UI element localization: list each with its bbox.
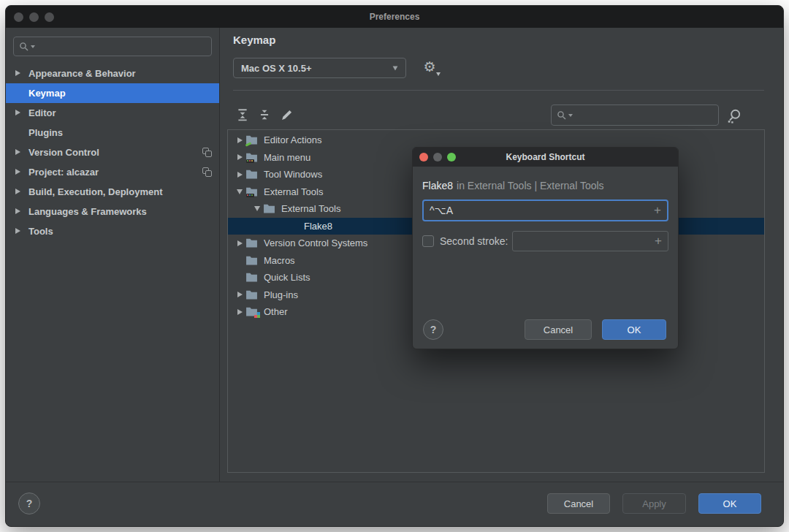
page-title: Keymap — [233, 34, 275, 46]
ok-button[interactable]: OK — [698, 493, 761, 514]
sidebar-item-label: Plugins — [28, 127, 63, 138]
settings-sidebar: Appearance & Behavior Keymap Editor Plug… — [6, 28, 220, 482]
sidebar-item-label: Editor — [28, 107, 56, 118]
sidebar-item-project-alcazar[interactable]: Project: alcazar — [6, 162, 219, 182]
window-footer: ? Cancel Apply OK — [6, 482, 783, 526]
scheme-settings-button[interactable]: ⚙ — [419, 58, 440, 77]
chevron-right-icon[interactable] — [237, 154, 243, 160]
sidebar-item-label: Appearance & Behavior — [28, 68, 136, 79]
search-history-caret-icon[interactable] — [31, 45, 35, 48]
shortcut-subject-line: Flake8in External Tools | External Tools — [422, 180, 668, 191]
dialog-help-button[interactable]: ? — [423, 319, 443, 340]
search-history-caret-icon[interactable] — [568, 114, 573, 117]
first-stroke-input[interactable]: ^⌥A + — [422, 200, 668, 221]
tree-row-editor-actions[interactable]: Editor Actions — [228, 132, 764, 149]
sidebar-item-label: Project: alcazar — [28, 167, 99, 178]
chevron-down-icon — [393, 66, 398, 70]
pencil-icon — [281, 109, 293, 121]
dialog-title: Keyboard Shortcut — [413, 152, 678, 162]
window-title: Preferences — [6, 12, 783, 22]
dialog-footer: ? Cancel OK — [423, 319, 666, 340]
folder-icon — [245, 289, 259, 300]
edit-shortcut-button[interactable] — [277, 105, 296, 124]
folder-icon — [263, 203, 277, 214]
chevron-right-icon[interactable] — [237, 240, 243, 246]
expand-all-button[interactable] — [233, 105, 252, 124]
tree-item-label: External Tools — [264, 186, 323, 197]
sidebar-item-plugins[interactable]: Plugins — [6, 123, 219, 142]
editor-actions-folder-icon — [245, 134, 259, 145]
dialog-titlebar: Keyboard Shortcut — [413, 148, 678, 167]
folder-icon — [245, 255, 259, 266]
tree-item-label: Version Control Systems — [264, 238, 367, 248]
find-actions-by-shortcut-button[interactable] — [724, 106, 744, 126]
sidebar-search-input[interactable] — [13, 37, 212, 56]
chevron-right-icon[interactable] — [237, 292, 243, 297]
chevron-right-icon[interactable] — [15, 70, 20, 76]
keymap-scheme-select[interactable]: Mac OS X 10.5+ — [233, 58, 406, 78]
tree-item-label: Other — [264, 306, 288, 317]
sidebar-item-languages-frameworks[interactable]: Languages & Frameworks — [6, 202, 219, 221]
apply-button[interactable]: Apply — [622, 493, 686, 514]
sidebar-item-label: Build, Execution, Deployment — [28, 186, 162, 197]
add-stroke-icon[interactable]: + — [655, 234, 662, 248]
tree-item-label: Flake8 — [304, 221, 332, 232]
chevron-right-icon[interactable] — [15, 228, 20, 234]
other-folder-icon — [245, 306, 259, 317]
chevron-right-icon[interactable] — [15, 110, 20, 115]
dialog-ok-button[interactable]: OK — [602, 319, 666, 340]
collapse-all-icon — [258, 108, 271, 121]
action-context: in External Tools | External Tools — [457, 180, 604, 191]
divider — [233, 90, 764, 91]
chevron-down-icon[interactable] — [254, 206, 260, 211]
main-menu-folder-icon — [245, 152, 259, 163]
folder-icon — [245, 238, 259, 248]
tree-item-label: Macros — [264, 255, 295, 266]
project-scope-icon — [202, 167, 212, 177]
help-button[interactable]: ? — [18, 493, 40, 514]
chevron-right-icon[interactable] — [15, 189, 20, 194]
second-stroke-row: Second stroke: + — [422, 231, 668, 251]
collapse-all-button[interactable] — [255, 105, 274, 124]
window-titlebar: Preferences — [6, 6, 783, 28]
chevron-right-icon[interactable] — [15, 149, 20, 155]
tree-item-label: Main menu — [264, 152, 310, 163]
search-icon — [557, 110, 567, 121]
chevron-right-icon[interactable] — [15, 169, 20, 175]
preferences-window: Preferences Appearance & Behavior Keymap… — [5, 5, 784, 527]
first-stroke-value: ^⌥A — [430, 205, 453, 216]
chevron-right-icon[interactable] — [237, 172, 243, 178]
find-by-shortcut-icon — [726, 108, 742, 124]
cancel-button[interactable]: Cancel — [547, 493, 610, 514]
project-scope-icon — [202, 148, 212, 157]
tree-item-label: External Tools — [281, 203, 340, 214]
folder-icon — [245, 169, 259, 180]
sidebar-item-label: Languages & Frameworks — [28, 206, 147, 217]
scheme-selected-value: Mac OS X 10.5+ — [241, 63, 311, 74]
tree-item-label: Editor Actions — [264, 134, 322, 145]
chevron-right-icon[interactable] — [237, 137, 243, 143]
second-stroke-checkbox[interactable] — [422, 235, 434, 247]
sidebar-item-label: Tools — [28, 226, 53, 237]
sidebar-item-label: Keymap — [28, 88, 66, 99]
sidebar-item-appearance-behavior[interactable]: Appearance & Behavior — [6, 64, 219, 83]
keyboard-shortcut-dialog: Keyboard Shortcut Flake8in External Tool… — [412, 147, 679, 349]
second-stroke-input[interactable]: + — [512, 231, 668, 251]
sidebar-item-editor[interactable]: Editor — [6, 103, 219, 123]
second-stroke-label: Second stroke: — [440, 235, 508, 247]
sidebar-item-tools[interactable]: Tools — [6, 221, 219, 241]
sidebar-item-build-execution-deployment[interactable]: Build, Execution, Deployment — [6, 182, 219, 202]
sidebar-item-label: Version Control — [28, 147, 99, 158]
footer-buttons: Cancel Apply OK — [547, 493, 761, 514]
chevron-right-icon[interactable] — [237, 309, 243, 315]
sidebar-item-version-control[interactable]: Version Control — [6, 142, 219, 162]
folder-icon — [245, 272, 259, 283]
add-stroke-icon[interactable]: + — [654, 203, 661, 218]
chevron-right-icon[interactable] — [15, 208, 20, 214]
actions-search-input[interactable] — [551, 104, 719, 126]
gear-icon: ⚙ — [423, 59, 435, 75]
chevron-down-icon[interactable] — [237, 189, 243, 194]
sidebar-item-keymap[interactable]: Keymap — [6, 83, 219, 103]
dialog-cancel-button[interactable]: Cancel — [525, 319, 592, 340]
chevron-down-icon — [436, 72, 441, 76]
